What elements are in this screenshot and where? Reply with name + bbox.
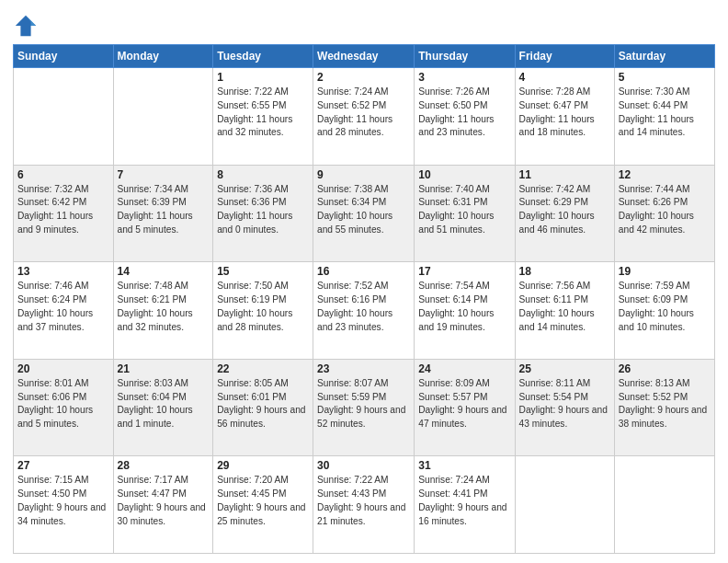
day-info: Sunrise: 7:54 AMSunset: 6:14 PMDaylight:… bbox=[418, 280, 510, 334]
day-number: 2 bbox=[317, 71, 410, 84]
day-info: Sunrise: 7:22 AMSunset: 4:43 PMDaylight:… bbox=[317, 474, 410, 528]
calendar-cell: 7Sunrise: 7:34 AMSunset: 6:39 PMDaylight… bbox=[113, 165, 213, 262]
calendar-header: SundayMondayTuesdayWednesdayThursdayFrid… bbox=[14, 45, 715, 68]
day-number: 23 bbox=[317, 362, 410, 375]
weekday-header: Monday bbox=[113, 45, 213, 68]
day-number: 28 bbox=[118, 459, 210, 472]
calendar-row: 20Sunrise: 8:01 AMSunset: 6:06 PMDayligh… bbox=[14, 359, 715, 456]
calendar-cell: 10Sunrise: 7:40 AMSunset: 6:31 PMDayligh… bbox=[415, 165, 515, 262]
day-info: Sunrise: 8:09 AMSunset: 5:57 PMDaylight:… bbox=[418, 377, 510, 431]
day-info: Sunrise: 7:36 AMSunset: 6:36 PMDaylight:… bbox=[217, 183, 309, 237]
calendar-cell: 11Sunrise: 7:42 AMSunset: 6:29 PMDayligh… bbox=[515, 165, 614, 262]
day-info: Sunrise: 7:48 AMSunset: 6:21 PMDaylight:… bbox=[118, 280, 210, 334]
calendar-cell: 21Sunrise: 8:03 AMSunset: 6:04 PMDayligh… bbox=[113, 359, 213, 456]
day-number: 16 bbox=[317, 265, 410, 278]
day-number: 1 bbox=[217, 71, 309, 84]
calendar-cell: 28Sunrise: 7:17 AMSunset: 4:47 PMDayligh… bbox=[113, 456, 213, 554]
day-info: Sunrise: 7:32 AMSunset: 6:42 PMDaylight:… bbox=[17, 183, 109, 237]
day-info: Sunrise: 8:07 AMSunset: 5:59 PMDaylight:… bbox=[317, 377, 410, 431]
calendar-cell: 15Sunrise: 7:50 AMSunset: 6:19 PMDayligh… bbox=[213, 262, 313, 360]
day-info: Sunrise: 7:46 AMSunset: 6:24 PMDaylight:… bbox=[17, 280, 109, 334]
day-info: Sunrise: 8:01 AMSunset: 6:06 PMDaylight:… bbox=[17, 377, 109, 431]
day-number: 11 bbox=[519, 168, 610, 181]
day-number: 13 bbox=[17, 265, 109, 278]
calendar-row: 13Sunrise: 7:46 AMSunset: 6:24 PMDayligh… bbox=[14, 262, 715, 360]
day-info: Sunrise: 7:28 AMSunset: 6:47 PMDaylight:… bbox=[519, 86, 610, 140]
day-info: Sunrise: 7:56 AMSunset: 6:11 PMDaylight:… bbox=[519, 280, 610, 334]
weekday-row: SundayMondayTuesdayWednesdayThursdayFrid… bbox=[14, 45, 715, 68]
day-number: 4 bbox=[519, 71, 610, 84]
day-number: 15 bbox=[217, 265, 309, 278]
calendar-row: 6Sunrise: 7:32 AMSunset: 6:42 PMDaylight… bbox=[14, 165, 715, 262]
calendar-cell: 13Sunrise: 7:46 AMSunset: 6:24 PMDayligh… bbox=[14, 262, 114, 360]
calendar-cell: 8Sunrise: 7:36 AMSunset: 6:36 PMDaylight… bbox=[213, 165, 313, 262]
weekday-header: Saturday bbox=[614, 45, 714, 68]
day-number: 26 bbox=[619, 362, 711, 375]
weekday-header: Tuesday bbox=[213, 45, 313, 68]
calendar-cell: 29Sunrise: 7:20 AMSunset: 4:45 PMDayligh… bbox=[213, 456, 313, 554]
day-number: 6 bbox=[17, 168, 109, 181]
day-info: Sunrise: 7:38 AMSunset: 6:34 PMDaylight:… bbox=[317, 183, 410, 237]
calendar-cell: 22Sunrise: 8:05 AMSunset: 6:01 PMDayligh… bbox=[213, 359, 313, 456]
day-number: 3 bbox=[418, 71, 510, 84]
day-info: Sunrise: 7:20 AMSunset: 4:45 PMDaylight:… bbox=[217, 474, 309, 528]
calendar-cell: 27Sunrise: 7:15 AMSunset: 4:50 PMDayligh… bbox=[14, 456, 114, 554]
day-number: 9 bbox=[317, 168, 410, 181]
calendar-cell: 6Sunrise: 7:32 AMSunset: 6:42 PMDaylight… bbox=[14, 165, 114, 262]
day-info: Sunrise: 8:11 AMSunset: 5:54 PMDaylight:… bbox=[519, 377, 610, 431]
calendar-cell: 16Sunrise: 7:52 AMSunset: 6:16 PMDayligh… bbox=[313, 262, 415, 360]
calendar-cell: 26Sunrise: 8:13 AMSunset: 5:52 PMDayligh… bbox=[614, 359, 714, 456]
day-number: 7 bbox=[118, 168, 210, 181]
calendar-cell: 5Sunrise: 7:30 AMSunset: 6:44 PMDaylight… bbox=[614, 68, 714, 166]
logo-icon bbox=[13, 13, 39, 39]
calendar-cell: 17Sunrise: 7:54 AMSunset: 6:14 PMDayligh… bbox=[415, 262, 515, 360]
day-info: Sunrise: 8:05 AMSunset: 6:01 PMDaylight:… bbox=[217, 377, 309, 431]
calendar-body: 1Sunrise: 7:22 AMSunset: 6:55 PMDaylight… bbox=[14, 68, 715, 554]
calendar-cell: 18Sunrise: 7:56 AMSunset: 6:11 PMDayligh… bbox=[515, 262, 614, 360]
day-number: 24 bbox=[418, 362, 510, 375]
calendar-cell: 4Sunrise: 7:28 AMSunset: 6:47 PMDaylight… bbox=[515, 68, 614, 166]
day-info: Sunrise: 7:22 AMSunset: 6:55 PMDaylight:… bbox=[217, 86, 309, 140]
day-info: Sunrise: 7:24 AMSunset: 6:52 PMDaylight:… bbox=[317, 86, 410, 140]
calendar-cell bbox=[614, 456, 714, 554]
day-number: 8 bbox=[217, 168, 309, 181]
day-number: 31 bbox=[418, 459, 510, 472]
calendar-cell: 12Sunrise: 7:44 AMSunset: 6:26 PMDayligh… bbox=[614, 165, 714, 262]
day-info: Sunrise: 7:26 AMSunset: 6:50 PMDaylight:… bbox=[418, 86, 510, 140]
day-number: 17 bbox=[418, 265, 510, 278]
calendar-cell bbox=[113, 68, 213, 166]
calendar-table: SundayMondayTuesdayWednesdayThursdayFrid… bbox=[13, 44, 715, 554]
calendar-cell: 25Sunrise: 8:11 AMSunset: 5:54 PMDayligh… bbox=[515, 359, 614, 456]
day-info: Sunrise: 8:03 AMSunset: 6:04 PMDaylight:… bbox=[118, 377, 210, 431]
calendar-cell: 31Sunrise: 7:24 AMSunset: 4:41 PMDayligh… bbox=[415, 456, 515, 554]
day-info: Sunrise: 7:42 AMSunset: 6:29 PMDaylight:… bbox=[519, 183, 610, 237]
calendar-cell: 3Sunrise: 7:26 AMSunset: 6:50 PMDaylight… bbox=[415, 68, 515, 166]
day-number: 21 bbox=[118, 362, 210, 375]
calendar-cell bbox=[14, 68, 114, 166]
calendar-cell: 9Sunrise: 7:38 AMSunset: 6:34 PMDaylight… bbox=[313, 165, 415, 262]
day-info: Sunrise: 7:52 AMSunset: 6:16 PMDaylight:… bbox=[317, 280, 410, 334]
day-number: 18 bbox=[519, 265, 610, 278]
day-info: Sunrise: 7:59 AMSunset: 6:09 PMDaylight:… bbox=[619, 280, 711, 334]
day-number: 22 bbox=[217, 362, 309, 375]
weekday-header: Friday bbox=[515, 45, 614, 68]
day-number: 29 bbox=[217, 459, 309, 472]
calendar-cell: 14Sunrise: 7:48 AMSunset: 6:21 PMDayligh… bbox=[113, 262, 213, 360]
day-number: 27 bbox=[17, 459, 109, 472]
page: SundayMondayTuesdayWednesdayThursdayFrid… bbox=[0, 0, 728, 563]
weekday-header: Thursday bbox=[415, 45, 515, 68]
weekday-header: Wednesday bbox=[313, 45, 415, 68]
day-info: Sunrise: 7:40 AMSunset: 6:31 PMDaylight:… bbox=[418, 183, 510, 237]
weekday-header: Sunday bbox=[14, 45, 114, 68]
header bbox=[13, 9, 715, 39]
calendar-cell: 19Sunrise: 7:59 AMSunset: 6:09 PMDayligh… bbox=[614, 262, 714, 360]
logo bbox=[13, 13, 42, 39]
day-info: Sunrise: 7:24 AMSunset: 4:41 PMDaylight:… bbox=[418, 474, 510, 528]
calendar-cell: 30Sunrise: 7:22 AMSunset: 4:43 PMDayligh… bbox=[313, 456, 415, 554]
day-info: Sunrise: 7:15 AMSunset: 4:50 PMDaylight:… bbox=[17, 474, 109, 528]
day-number: 14 bbox=[118, 265, 210, 278]
day-number: 20 bbox=[17, 362, 109, 375]
calendar-cell: 24Sunrise: 8:09 AMSunset: 5:57 PMDayligh… bbox=[415, 359, 515, 456]
day-info: Sunrise: 7:44 AMSunset: 6:26 PMDaylight:… bbox=[619, 183, 711, 237]
day-info: Sunrise: 7:17 AMSunset: 4:47 PMDaylight:… bbox=[118, 474, 210, 528]
